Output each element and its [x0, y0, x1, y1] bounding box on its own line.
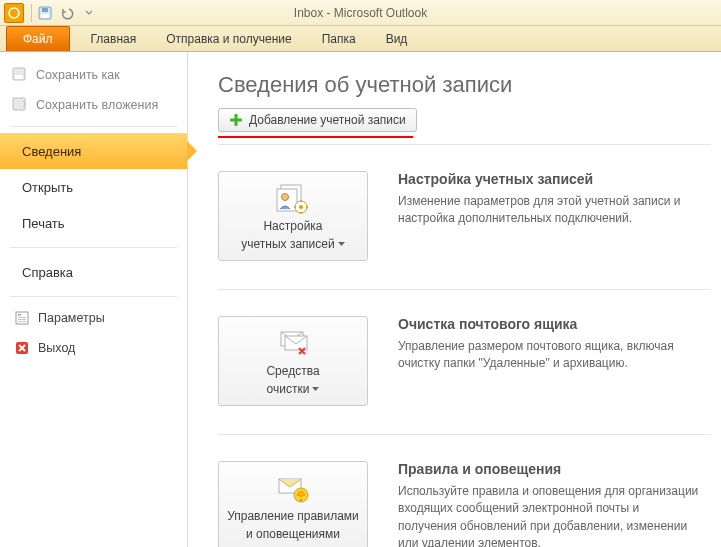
section-desc: Используйте правила и оповещения для орг… — [398, 483, 701, 547]
dropdown-icon — [338, 242, 345, 246]
nav-exit-label: Выход — [38, 341, 75, 355]
svg-point-17 — [282, 194, 289, 201]
outlook-app-icon — [4, 3, 24, 23]
nav-exit[interactable]: Выход — [0, 333, 187, 363]
plus-icon — [229, 113, 243, 127]
section-cleanup: Средства очистки Очистка почтового ящика… — [218, 289, 711, 428]
svg-rect-10 — [18, 319, 26, 320]
rules-icon — [275, 473, 311, 505]
svg-rect-9 — [18, 317, 26, 318]
save-attachments-icon — [12, 97, 28, 113]
add-account-button[interactable]: Добавление учетной записи — [218, 108, 417, 132]
svg-point-19 — [299, 205, 303, 209]
cleanup-label-2: очистки — [267, 382, 310, 396]
nav-separator-3 — [10, 296, 177, 297]
nav-help[interactable]: Справка — [0, 254, 187, 290]
section-rules: Управление правилами и оповещениями Прав… — [218, 434, 711, 547]
section-title: Очистка почтового ящика — [398, 316, 701, 332]
svg-rect-8 — [18, 314, 21, 316]
nav-options[interactable]: Параметры — [0, 303, 187, 333]
qat-save-icon[interactable] — [35, 3, 55, 23]
title-bar: Inbox - Microsoft Outlook — [0, 0, 721, 26]
rules-label-2: и оповещениями — [246, 527, 340, 541]
nav-options-label: Параметры — [38, 311, 105, 325]
svg-rect-6 — [13, 98, 25, 110]
highlight-underline — [218, 136, 413, 138]
nav-open[interactable]: Открыть — [0, 169, 187, 205]
tab-folder[interactable]: Папка — [307, 26, 371, 51]
section-title: Правила и оповещения — [398, 461, 701, 477]
cleanup-button[interactable]: Средства очистки — [218, 316, 368, 406]
nav-print-label: Печать — [22, 216, 65, 231]
section-rules-text: Правила и оповещения Используйте правила… — [398, 461, 711, 547]
backstage-left-nav: Сохранить как Сохранить вложения Сведени… — [0, 52, 188, 547]
cleanup-icon — [275, 328, 311, 360]
svg-rect-5 — [15, 75, 23, 79]
section-title: Настройка учетных записей — [398, 171, 701, 187]
ribbon-tabs: Файл Главная Отправка и получение Папка … — [0, 26, 721, 52]
backstage-view: Сохранить как Сохранить вложения Сведени… — [0, 52, 721, 547]
section-desc: Управление размером почтового ящика, вкл… — [398, 338, 701, 373]
nav-print[interactable]: Печать — [0, 205, 187, 241]
qat-separator — [31, 4, 32, 22]
account-settings-label-2: учетных записей — [241, 237, 334, 251]
save-as-icon — [12, 67, 28, 83]
qat-undo-icon[interactable] — [57, 3, 77, 23]
nav-separator-2 — [10, 247, 177, 248]
svg-point-28 — [300, 499, 303, 502]
add-account-label: Добавление учетной записи — [249, 113, 406, 127]
section-desc: Изменение параметров для этой учетной за… — [398, 193, 701, 228]
backstage-content: Сведения об учетной записи Добавление уч… — [188, 52, 721, 547]
svg-rect-3 — [42, 8, 48, 12]
nav-save-as[interactable]: Сохранить как — [0, 60, 187, 90]
tab-home[interactable]: Главная — [76, 26, 152, 51]
dropdown-icon — [312, 387, 319, 391]
rules-label-1: Управление правилами — [227, 509, 359, 523]
nav-info-label: Сведения — [22, 144, 81, 159]
rules-button[interactable]: Управление правилами и оповещениями — [218, 461, 368, 547]
section-account-settings-text: Настройка учетных записей Изменение пара… — [398, 171, 711, 228]
tab-view[interactable]: Вид — [371, 26, 423, 51]
quick-access-toolbar — [35, 0, 99, 25]
nav-help-label: Справка — [22, 265, 73, 280]
nav-save-as-label: Сохранить как — [36, 68, 120, 82]
nav-save-attachments[interactable]: Сохранить вложения — [0, 90, 187, 120]
exit-icon — [14, 340, 30, 356]
section-cleanup-text: Очистка почтового ящика Управление разме… — [398, 316, 711, 373]
page-title: Сведения об учетной записи — [218, 72, 711, 98]
nav-save-attachments-label: Сохранить вложения — [36, 98, 158, 112]
account-settings-button[interactable]: Настройка учетных записей — [218, 171, 368, 261]
tab-file[interactable]: Файл — [6, 26, 70, 51]
tab-send-receive[interactable]: Отправка и получение — [151, 26, 306, 51]
svg-point-0 — [9, 8, 19, 18]
account-settings-icon — [275, 183, 311, 215]
nav-separator — [10, 126, 177, 127]
nav-open-label: Открыть — [22, 180, 73, 195]
account-settings-label-1: Настройка — [263, 219, 322, 233]
qat-customize-dropdown-icon[interactable] — [79, 3, 99, 23]
svg-rect-14 — [230, 119, 242, 122]
svg-rect-11 — [18, 321, 26, 322]
cleanup-label-1: Средства — [266, 364, 319, 378]
options-icon — [14, 310, 30, 326]
svg-rect-2 — [41, 14, 49, 18]
window-title: Inbox - Microsoft Outlook — [0, 6, 721, 20]
nav-info[interactable]: Сведения — [0, 133, 187, 169]
section-account-settings: Настройка учетных записей Настройка учет… — [218, 144, 711, 283]
